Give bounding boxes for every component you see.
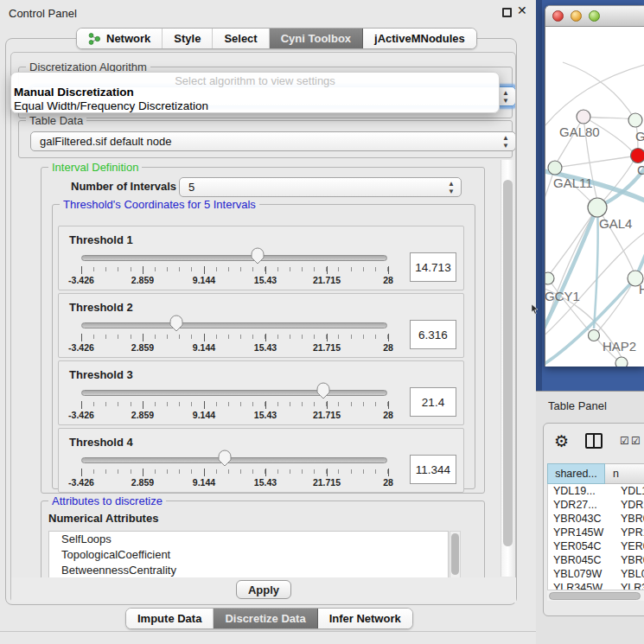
table-data-combobox[interactable]: galFiltered.sif default node ▲▼ bbox=[30, 131, 516, 151]
dropdown-option-manual-discretization[interactable]: Manual Discretization bbox=[14, 86, 134, 99]
tab-style[interactable]: Style bbox=[163, 29, 213, 48]
network-node[interactable] bbox=[628, 113, 642, 127]
tab-jactivemnodules[interactable]: jActiveMNodules bbox=[363, 29, 476, 48]
tab-cyni-label: Cyni Toolbox bbox=[281, 32, 351, 45]
combo-arrows-icon: ▲▼ bbox=[448, 180, 455, 195]
checkbox-icon[interactable]: ☑ bbox=[620, 435, 629, 447]
network-node[interactable] bbox=[545, 272, 554, 284]
dropdown-option-equal-width-frequency[interactable]: Equal Width/Frequency Discretization bbox=[14, 99, 208, 112]
cell-shared-name[interactable]: YBR045C bbox=[548, 553, 612, 567]
threshold-3-slider-track[interactable] bbox=[81, 390, 387, 396]
cell-shared-name[interactable]: YLR345W bbox=[548, 581, 612, 590]
cell-shared-name[interactable]: YPR145W bbox=[548, 526, 612, 539]
threshold-3-panel: Threshold 3 -3.4262.8599.14415.4321.7152… bbox=[58, 360, 464, 425]
table-header-row: shared... n bbox=[547, 463, 644, 484]
threshold-2-slider-track[interactable] bbox=[81, 322, 387, 328]
cell-name[interactable]: YBR0 bbox=[612, 553, 644, 567]
cell-shared-name[interactable]: YDL19... bbox=[548, 484, 612, 498]
cell-name[interactable]: YBR0 bbox=[612, 512, 644, 526]
threshold-3-slider-handle[interactable] bbox=[316, 382, 330, 399]
slider-major-ticks bbox=[81, 266, 388, 274]
tick-label: 15.43 bbox=[254, 410, 277, 420]
threshold-1-value-field[interactable]: 14.713 bbox=[410, 252, 456, 282]
threshold-1-slider-handle[interactable] bbox=[251, 247, 265, 265]
table-row[interactable]: YLR345WYLR3 bbox=[548, 581, 644, 590]
minimize-traffic-light[interactable] bbox=[571, 10, 582, 22]
cell-name[interactable]: YBL0 bbox=[612, 567, 644, 581]
cell-shared-name[interactable]: YDR27... bbox=[548, 498, 612, 512]
checkbox-icon[interactable]: ☑ bbox=[631, 435, 641, 447]
close-traffic-light[interactable] bbox=[552, 10, 564, 22]
network-node[interactable] bbox=[577, 110, 590, 124]
settings-scrollbar[interactable] bbox=[501, 160, 514, 577]
table-horizontal-scrollbar[interactable] bbox=[547, 590, 644, 601]
tab-select-label: Select bbox=[224, 32, 257, 45]
tick-label: 28 bbox=[383, 275, 393, 285]
slider-tick-labels: -3.4262.8599.14415.4321.71528 bbox=[81, 342, 388, 353]
network-node[interactable] bbox=[588, 198, 607, 217]
network-window-titlebar[interactable] bbox=[545, 6, 644, 27]
cell-name[interactable]: YER0 bbox=[612, 539, 644, 553]
attributes-scrollbar-thumb[interactable] bbox=[451, 533, 459, 575]
table-row[interactable]: YBR045CYBR0 bbox=[548, 553, 644, 567]
table-row[interactable]: YDL19...YDL1 bbox=[548, 484, 644, 498]
tick-mark bbox=[81, 266, 82, 274]
threshold-4-slider-handle[interactable] bbox=[218, 450, 232, 467]
tab-select[interactable]: Select bbox=[213, 29, 269, 48]
table-body[interactable]: YDL19...YDL1YDR27...YDR2YBR043CYBR0YPR14… bbox=[547, 484, 644, 590]
number-of-intervals-combobox[interactable]: 5 ▲▼ bbox=[179, 177, 462, 197]
slider-tick-labels: -3.4262.8599.14415.4321.71528 bbox=[81, 477, 388, 488]
attributes-scrollbar[interactable] bbox=[450, 531, 461, 579]
table-row[interactable]: YDR27...YDR2 bbox=[548, 498, 644, 512]
settings-scrollbar-thumb[interactable] bbox=[503, 180, 513, 546]
numerical-attributes-list[interactable]: SelfLoopsTopologicalCoefficientBetweenne… bbox=[48, 531, 449, 579]
thresholds-group: Threshold's Coordinates for 5 Intervals … bbox=[52, 204, 475, 489]
table-row[interactable]: YBR043CYBR0 bbox=[548, 512, 644, 526]
threshold-1-panel: Threshold 1 -3.4262.8599.14415.4321.7152… bbox=[58, 226, 464, 290]
zoom-traffic-light[interactable] bbox=[589, 10, 600, 22]
threshold-1-slider-track[interactable] bbox=[81, 255, 387, 261]
close-icon[interactable]: ✕ bbox=[517, 3, 527, 17]
cell-shared-name[interactable]: YBR043C bbox=[548, 512, 612, 526]
attribute-list-item[interactable]: BetweennessCentrality bbox=[49, 563, 448, 578]
attribute-list-item[interactable]: TopologicalCoefficient bbox=[49, 547, 448, 563]
table-row[interactable]: YBL079WYBL0 bbox=[548, 567, 644, 581]
network-node[interactable] bbox=[615, 357, 628, 367]
tick-mark bbox=[327, 334, 328, 341]
network-node-label: GAL11 bbox=[553, 175, 593, 190]
gear-icon[interactable]: ⚙ bbox=[554, 431, 569, 450]
cell-shared-name[interactable]: YER054C bbox=[548, 539, 612, 553]
attribute-list-item[interactable]: SelfLoops bbox=[49, 532, 448, 547]
threshold-2-slider-handle[interactable] bbox=[169, 315, 183, 332]
apply-button[interactable]: Apply bbox=[236, 580, 291, 599]
threshold-3-value-field[interactable]: 21.4 bbox=[410, 387, 456, 417]
tick-label: 21.715 bbox=[313, 477, 341, 488]
table-scrollbar-thumb[interactable] bbox=[549, 592, 641, 600]
column-header-name[interactable]: n bbox=[605, 463, 644, 484]
tab-impute-data[interactable]: Impute Data bbox=[126, 609, 214, 628]
tab-cyni-toolbox[interactable]: Cyni Toolbox bbox=[270, 29, 363, 48]
network-node[interactable] bbox=[548, 161, 562, 175]
cell-name[interactable]: YDL1 bbox=[612, 484, 644, 498]
cell-name[interactable]: YLR3 bbox=[612, 581, 644, 590]
split-columns-icon[interactable] bbox=[585, 433, 603, 449]
table-row[interactable]: YPR145WYPR1 bbox=[548, 526, 644, 539]
network-node-label: GAL4 bbox=[599, 216, 632, 231]
network-node-label: H bbox=[639, 282, 644, 296]
column-header-shared[interactable]: shared... bbox=[547, 463, 605, 484]
float-window-icon[interactable] bbox=[502, 8, 512, 17]
cell-shared-name[interactable]: YBL079W bbox=[548, 567, 612, 581]
network-node[interactable] bbox=[589, 330, 600, 341]
network-canvas[interactable]: GAL80GACGAL11GAL4GCY1HHAP2 bbox=[545, 28, 644, 367]
threshold-2-value-field[interactable]: 6.316 bbox=[410, 320, 456, 349]
tick-label: 28 bbox=[383, 342, 393, 353]
tab-discretize-data[interactable]: Discretize Data bbox=[214, 609, 317, 628]
network-node[interactable] bbox=[631, 149, 644, 163]
cell-name[interactable]: YPR1 bbox=[612, 526, 644, 539]
threshold-4-value-field[interactable]: 11.344 bbox=[410, 455, 456, 484]
tab-infer-network[interactable]: Infer Network bbox=[318, 609, 412, 628]
cell-name[interactable]: YDR2 bbox=[612, 498, 644, 512]
tab-network[interactable]: Network bbox=[77, 29, 163, 48]
threshold-4-slider-track[interactable] bbox=[81, 457, 387, 463]
table-row[interactable]: YER054CYER0 bbox=[548, 539, 644, 553]
